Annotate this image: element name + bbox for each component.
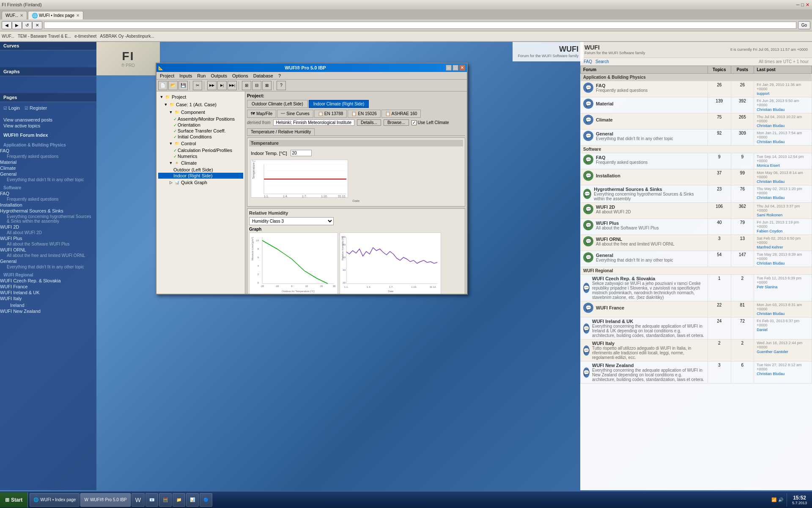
menu-help[interactable]: ?	[276, 72, 283, 80]
start-button[interactable]: ⊞ Start	[0, 492, 28, 508]
go-btn[interactable]: Go	[798, 21, 810, 29]
sidebar-faq[interactable]: FAQ	[0, 148, 96, 153]
hygro-last-user[interactable]: Christian Bludau	[757, 196, 785, 200]
tab-mapfile[interactable]: 🗺 Map/File	[247, 110, 276, 118]
toolbar-help[interactable]: ?	[277, 81, 286, 90]
stop-btn[interactable]: ✕	[32, 21, 42, 29]
nz-name[interactable]: WUFI New Zealand	[592, 363, 705, 368]
nz-last-user[interactable]: Christian Bludau	[757, 372, 785, 376]
general-sw-last-user[interactable]: Christian Bludau	[757, 261, 785, 265]
login-link[interactable]: Login	[8, 105, 20, 110]
sidebar-sw-faq[interactable]: FAQ	[0, 191, 96, 196]
italy-name[interactable]: WUFI Italy	[592, 341, 705, 346]
tree-component[interactable]: ▼ 📁 Component	[158, 108, 243, 116]
tree-calcperiod[interactable]: ✓ Calculation Period/Profiles	[158, 147, 243, 153]
taskbar-app2[interactable]: 📊	[186, 493, 199, 507]
forum-index-link[interactable]: WUFI® Forum Index	[3, 133, 93, 138]
use-left-climate-check[interactable]: ✓ Use Left Climate	[411, 120, 449, 125]
toolbar-run1[interactable]: ▶▶	[207, 81, 217, 90]
faq-sw-name[interactable]: FAQ	[596, 155, 647, 160]
czech-last-user[interactable]: Petr Slanina	[757, 285, 777, 289]
sidebar-italy[interactable]: WUFI Italy	[0, 296, 96, 301]
taskbar-wufi[interactable]: W WUFI® Pro 5.0 IBP	[80, 493, 130, 507]
toolbar-run2[interactable]: ▶|	[217, 81, 227, 90]
tree-climate[interactable]: ▼ ☀ Climate	[158, 159, 243, 167]
bm-tem[interactable]: TEM - Basware Travel & E...	[18, 34, 71, 39]
general-app-name[interactable]: General	[596, 131, 673, 136]
menu-run[interactable]: Run	[195, 72, 208, 80]
taskbar-outlook[interactable]: 📧	[145, 493, 158, 507]
browser-maximize[interactable]: □	[801, 2, 804, 7]
tree-outdoor[interactable]: Outdoor (Left Side)	[158, 167, 243, 173]
sidebar-install[interactable]: Installation	[0, 202, 96, 207]
material-name[interactable]: Material	[596, 101, 614, 106]
tab-wufi-index-close[interactable]: ✕	[76, 13, 80, 18]
tree-quickgraph[interactable]: ▷ 📊 Quick Graph	[158, 179, 243, 186]
climate-last-user[interactable]: Christian Bludau	[757, 124, 785, 128]
ireland-last-user[interactable]: Daniel	[757, 328, 768, 332]
tree-control[interactable]: ▼ 📁 Control	[158, 140, 243, 147]
toolbar-grid[interactable]: ⊟	[252, 81, 261, 90]
install-name[interactable]: Installation	[596, 173, 620, 178]
france-last-user[interactable]: Christian Bludau	[757, 312, 785, 316]
taskbar-ie[interactable]: 🌐 WUFI • Index page	[30, 493, 80, 507]
tree-control-expand[interactable]: ▼	[168, 141, 173, 146]
czech-name[interactable]: WUFI Czech Rep. & Slovakia	[592, 276, 705, 281]
tree-indoor[interactable]: Indoor (Right Side)	[158, 173, 243, 179]
tree-surface[interactable]: ✓ Surface Transfer Coeff.	[158, 128, 243, 134]
wufiornl-name[interactable]: WUFI ORNL	[596, 237, 675, 242]
forward-btn[interactable]: ▶	[12, 21, 22, 29]
sidebar-climate[interactable]: Climate	[0, 166, 96, 171]
wufi2d-last-user[interactable]: Sami Roikonen	[757, 213, 782, 217]
toolbar-save[interactable]: 💾	[178, 81, 188, 90]
register-link[interactable]: Register	[30, 105, 47, 110]
material-last-user[interactable]: Christian Bludau	[757, 108, 785, 112]
bm-wuf[interactable]: WUF...	[2, 34, 14, 39]
toolbar-cut[interactable]: ✂	[193, 81, 202, 90]
tree-case-expand[interactable]: ▼	[163, 102, 168, 107]
italy-last-user[interactable]: Guenther Gantoler	[757, 350, 788, 354]
faq-app-last-user[interactable]: support	[757, 91, 769, 96]
tree-project-expand[interactable]: ▼	[159, 95, 164, 99]
menu-project[interactable]: Project	[157, 72, 177, 80]
bm-etime[interactable]: e-timesheet	[74, 34, 96, 39]
taskbar-explorer[interactable]: 📁	[173, 493, 185, 507]
general-sw-name[interactable]: General	[596, 253, 673, 258]
general-app-last-user[interactable]: Christian Bludau	[757, 140, 785, 144]
indoor-climate-tab[interactable]: Indoor Climate (Right Side)	[309, 100, 369, 108]
toolbar-table[interactable]: ⊞	[242, 81, 251, 90]
menu-database[interactable]: Database	[251, 72, 276, 80]
taskbar-app3[interactable]: 🔵	[200, 493, 212, 507]
faq-app-name[interactable]: FAQ	[596, 83, 647, 88]
tree-case[interactable]: ▼ 📁 Case: 1 (Act. Case)	[158, 101, 243, 108]
outdoor-climate-tab[interactable]: Outdoor Climate (Left Side)	[247, 100, 308, 108]
tree-initial[interactable]: ✓ Initial Conditions	[158, 134, 243, 140]
view-active[interactable]: View active topics	[3, 123, 93, 128]
tree-project[interactable]: ▼ 📁 Project	[158, 93, 243, 101]
tree-numerics[interactable]: ✓ Numerics	[158, 153, 243, 159]
dialog-close-btn[interactable]: ✕	[459, 65, 465, 71]
tree-component-expand[interactable]: ▼	[168, 110, 173, 114]
tree-assembly[interactable]: ✓ Assembly/Monitor Positions	[158, 116, 243, 122]
sidebar-ireland-uk[interactable]: WUFI Ireland & UK	[0, 290, 96, 295]
ireland-name[interactable]: WUFI Ireland & UK	[592, 319, 705, 324]
dialog-restore-btn[interactable]: □	[453, 65, 458, 71]
humidity-class-select[interactable]: Humidity Class 1 Humidity Class 2 Humidi…	[249, 217, 334, 225]
wufi2d-name[interactable]: WUFI 2D	[596, 204, 631, 210]
browser-minimize[interactable]: ─	[796, 2, 800, 7]
hygro-name[interactable]: Hygrothermal Sources & Sinks	[594, 187, 705, 192]
sidebar-sw-general[interactable]: General	[0, 259, 96, 264]
toolbar-new[interactable]: 📄	[158, 81, 167, 90]
faq-link[interactable]: FAQ	[584, 59, 592, 64]
sidebar-france[interactable]: WUFI France	[0, 284, 96, 289]
back-btn[interactable]: ◀	[2, 21, 12, 29]
dialog-minimize-btn[interactable]: ─	[446, 65, 452, 71]
toolbar-view3[interactable]: ⊠	[262, 81, 272, 90]
toolbar-open[interactable]: 📂	[168, 81, 178, 90]
tab-wuf[interactable]: WUF... ✕	[2, 11, 27, 19]
france-name[interactable]: WUFI France	[596, 305, 624, 310]
browse-btn[interactable]: Browse...	[384, 119, 409, 126]
menu-outputs[interactable]: Outputs	[208, 72, 230, 80]
climate-cat-name[interactable]: Climate	[596, 117, 613, 122]
tab-wufi-index[interactable]: 🌐 WUFI • Index page ✕	[28, 11, 83, 19]
